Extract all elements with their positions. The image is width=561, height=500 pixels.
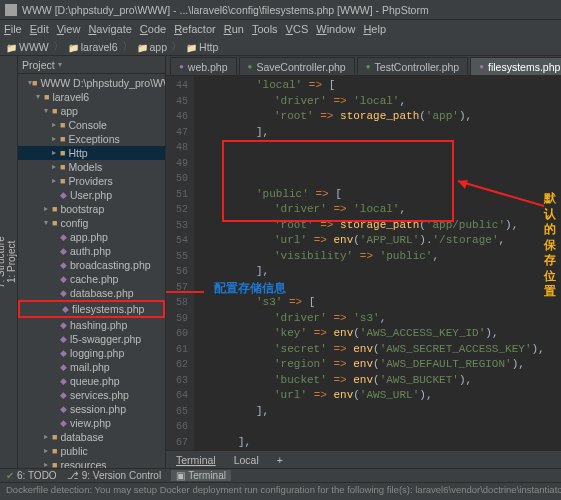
tool-terminal[interactable]: ▣Terminal (171, 470, 231, 481)
breadcrumb-www[interactable]: WWW (6, 41, 49, 53)
breadcrumb-http[interactable]: Http (186, 41, 218, 53)
code-line-66[interactable] (202, 419, 561, 435)
title-bar: WWW [D:\phpstudy_pro\WWW] - ...\laravel6… (0, 0, 561, 20)
code-line-59[interactable]: 'driver' => 's3', (202, 311, 561, 327)
tree-item-models[interactable]: ▸■Models (18, 160, 165, 174)
tree-item-cache-php[interactable]: ◆cache.php (18, 272, 165, 286)
code-line-63[interactable]: 'bucket' => env('AWS_BUCKET'), (202, 373, 561, 389)
left-gutter: 1: Project 7: Structure 2: Favorites (0, 56, 18, 468)
menu-run[interactable]: Run (224, 23, 244, 35)
code-line-65[interactable]: ], (202, 404, 561, 420)
code-line-58[interactable]: 's3' => [ (202, 295, 561, 311)
menu-bar: FileEditViewNavigateCodeRefactorRunTools… (0, 20, 561, 38)
code-line-55[interactable]: 'visibility' => 'public', (202, 249, 561, 265)
tree-item-hashing-php[interactable]: ◆hashing.php (18, 318, 165, 332)
tree-item-bootstrap[interactable]: ▸■bootstrap (18, 202, 165, 216)
editor-tab-filesystems-php[interactable]: ●filesystems.php (470, 57, 561, 75)
code-line-49[interactable] (202, 156, 561, 172)
menu-vcs[interactable]: VCS (286, 23, 309, 35)
terminal-tab-add[interactable]: + (271, 454, 289, 466)
status-text: Dockerfile detection: You may setup Dock… (6, 484, 561, 495)
code-line-62[interactable]: 'region' => env('AWS_DEFAULT_REGION'), (202, 357, 561, 373)
tree-item-mail-php[interactable]: ◆mail.php (18, 360, 165, 374)
chevron-down-icon: ▾ (58, 60, 62, 69)
terminal-tab-local[interactable]: Local (228, 454, 265, 466)
editor-tab-testcontroller-php[interactable]: ●TestController.php (357, 57, 468, 75)
menu-view[interactable]: View (57, 23, 81, 35)
code-line-54[interactable]: 'url' => env('APP_URL').'/storage', (202, 233, 561, 249)
menu-tools[interactable]: Tools (252, 23, 278, 35)
editor-tab-web-php[interactable]: ●web.php (170, 57, 237, 75)
editor-tab-savecontroller-php[interactable]: ●SaveController.php (239, 57, 355, 75)
menu-code[interactable]: Code (140, 23, 166, 35)
menu-edit[interactable]: Edit (30, 23, 49, 35)
menu-refactor[interactable]: Refactor (174, 23, 216, 35)
code-line-45[interactable]: 'driver' => 'local', (202, 94, 561, 110)
tree-item-database[interactable]: ▸■database (18, 430, 165, 444)
breadcrumb-sep: 〉 (53, 40, 64, 54)
breadcrumb: WWW〉laravel6〉app〉Http (0, 38, 561, 56)
tree-item-database-php[interactable]: ◆database.php (18, 286, 165, 300)
tree-item-exceptions[interactable]: ▸■Exceptions (18, 132, 165, 146)
code-line-47[interactable]: ], (202, 125, 561, 141)
editor-tab-bar: ●web.php●SaveController.php●TestControll… (166, 56, 561, 76)
tree-item-http[interactable]: ▸■Http (18, 146, 165, 160)
menu-help[interactable]: Help (363, 23, 386, 35)
code-line-53[interactable]: 'root' => storage_path('app/public'), (202, 218, 561, 234)
tree-item-console[interactable]: ▸■Console (18, 118, 165, 132)
menu-window[interactable]: Window (316, 23, 355, 35)
code-line-60[interactable]: 'key' => env('AWS_ACCESS_KEY_ID'), (202, 326, 561, 342)
tree-item-public[interactable]: ▸■public (18, 444, 165, 458)
code-line-44[interactable]: 'local' => [ (202, 78, 561, 94)
tree-item-app-php[interactable]: ◆app.php (18, 230, 165, 244)
tree-item-auth-php[interactable]: ◆auth.php (18, 244, 165, 258)
code-line-57[interactable] (202, 280, 561, 296)
breadcrumb-sep: 〉 (171, 40, 182, 54)
code-line-64[interactable]: 'url' => env('AWS_URL'), (202, 388, 561, 404)
tree-item-l5-swagger-php[interactable]: ◆l5-swagger.php (18, 332, 165, 346)
tree-item-config[interactable]: ▾■config (18, 216, 165, 230)
code-editor[interactable]: 4445464748495051525354555657585960616263… (166, 76, 561, 450)
app-icon (5, 4, 17, 16)
gutter-tab-structure[interactable]: 7: Structure (0, 56, 6, 468)
code-line-50[interactable] (202, 171, 561, 187)
project-panel-header[interactable]: Project ▾ (18, 56, 165, 74)
bottom-tool-bar: ✔6: TODO ⎇9: Version Control ▣Terminal (0, 468, 561, 482)
breadcrumb-app[interactable]: app (137, 41, 168, 53)
tree-root[interactable]: ▾■WWW D:\phpstudy_pro\WWW (18, 76, 165, 90)
tree-item-broadcasting-php[interactable]: ◆broadcasting.php (18, 258, 165, 272)
code-content[interactable]: 默认的保存位置 配置存储信息 文件的保存位置（默认） 'local' => ['… (194, 76, 561, 450)
terminal-tab-title[interactable]: Terminal (170, 454, 222, 466)
tree-item-queue-php[interactable]: ◆queue.php (18, 374, 165, 388)
tree-item-laravel6[interactable]: ▾■laravel6 (18, 90, 165, 104)
tree-item-session-php[interactable]: ◆session.php (18, 402, 165, 416)
code-line-56[interactable]: ], (202, 264, 561, 280)
code-line-52[interactable]: 'driver' => 'local', (202, 202, 561, 218)
menu-file[interactable]: File (4, 23, 22, 35)
breadcrumb-laravel6[interactable]: laravel6 (68, 41, 118, 53)
tool-version-control[interactable]: ⎇9: Version Control (67, 470, 162, 481)
terminal-tab-bar: Terminal Local + (166, 450, 561, 468)
menu-navigate[interactable]: Navigate (88, 23, 131, 35)
code-line-48[interactable] (202, 140, 561, 156)
tree-item-logging-php[interactable]: ◆logging.php (18, 346, 165, 360)
tool-todo[interactable]: ✔6: TODO (6, 470, 57, 481)
tree-item-view-php[interactable]: ◆view.php (18, 416, 165, 430)
gutter-tab-project[interactable]: 1: Project (6, 56, 17, 468)
project-tree[interactable]: ▾■WWW D:\phpstudy_pro\WWW▾■laravel6▾■app… (18, 74, 165, 468)
tree-item-providers[interactable]: ▸■Providers (18, 174, 165, 188)
tree-item-resources[interactable]: ▸■resources (18, 458, 165, 468)
tree-item-user-php[interactable]: ◆User.php (18, 188, 165, 202)
title-text: WWW [D:\phpstudy_pro\WWW] - ...\laravel6… (22, 4, 429, 16)
tree-item-app[interactable]: ▾■app (18, 104, 165, 118)
tree-item-services-php[interactable]: ◆services.php (18, 388, 165, 402)
project-panel-label: Project (22, 59, 55, 71)
code-line-61[interactable]: 'secret' => env('AWS_SECRET_ACCESS_KEY')… (202, 342, 561, 358)
tree-item-filesystems-php[interactable]: ◆filesystems.php (18, 300, 165, 318)
code-line-51[interactable]: 'public' => [ (202, 187, 561, 203)
status-bar: Dockerfile detection: You may setup Dock… (0, 482, 561, 496)
code-line-46[interactable]: 'root' => storage_path('app'), (202, 109, 561, 125)
project-tool-window: Project ▾ ▾■WWW D:\phpstudy_pro\WWW▾■lar… (18, 56, 166, 468)
code-line-67[interactable]: ], (202, 435, 561, 451)
line-gutter: 4445464748495051525354555657585960616263… (166, 76, 194, 450)
